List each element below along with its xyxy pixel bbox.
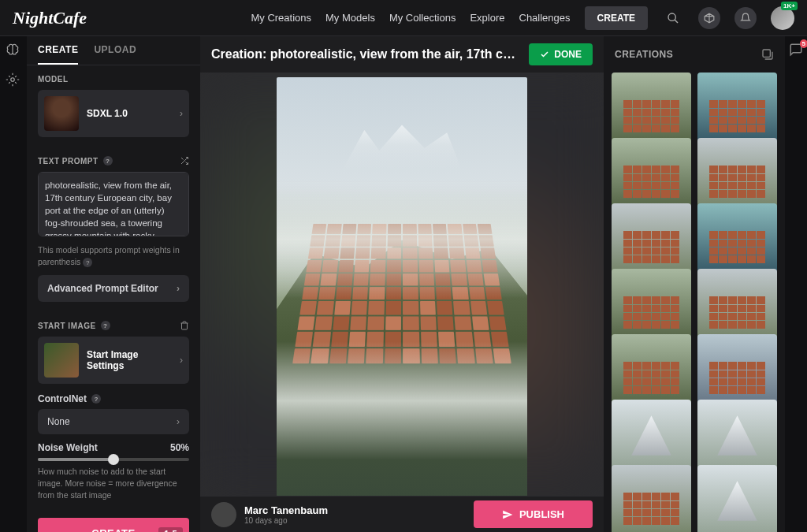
model-section-title: MODEL [38,75,189,84]
creations-header: CREATIONS [615,49,673,60]
noise-slider[interactable] [38,458,189,461]
controlnet-label: ControlNet [38,393,87,404]
nav-challenges[interactable]: Challenges [519,12,571,24]
nav-my-models[interactable]: My Models [325,12,375,24]
model-name: SDXL 1.0 [87,108,172,119]
avatar[interactable]: 1K+ [771,6,794,30]
gear-icon[interactable] [6,73,21,88]
noise-weight-label: Noise Weight [38,442,98,453]
page-title: Creation: photorealistic, view from the … [211,47,519,61]
controlnet-picker[interactable]: None› [38,409,189,434]
tab-create[interactable]: CREATE [38,36,78,65]
start-image-section-title: START IMAGE [38,322,96,330]
nav-explore[interactable]: Explore [470,12,504,24]
help-icon[interactable]: ? [83,258,92,267]
trash-icon[interactable] [180,321,189,330]
search-icon[interactable] [662,7,684,29]
credits-badge: 1K+ [781,2,798,10]
noise-hint: How much noise to add to the start image… [38,466,189,500]
tab-upload[interactable]: UPLOAD [94,36,136,65]
svg-line-1 [675,20,678,23]
svg-point-0 [668,13,675,20]
nav-my-creations[interactable]: My Creations [251,12,311,24]
nav-create-button[interactable]: CREATE [585,6,648,30]
svg-point-2 [11,78,15,82]
chevron-right-icon: › [177,416,180,427]
publish-button[interactable]: PUBLISH [474,500,593,528]
creation-time: 10 days ago [244,516,328,525]
help-icon[interactable]: ? [91,394,101,404]
brain-icon[interactable] [6,43,21,58]
author-name[interactable]: Marc Tanenbaum [244,504,328,516]
done-button[interactable]: DONE [529,43,593,65]
help-icon[interactable]: ? [101,321,110,330]
logo[interactable]: NightCafe [13,8,87,28]
cube-icon[interactable] [698,7,720,29]
bell-icon[interactable] [734,7,757,29]
credit-cost: 1.5 [158,527,183,532]
start-image-thumbnail [44,343,79,378]
advanced-prompt-button[interactable]: Advanced Prompt Editor› [38,275,189,302]
chevron-right-icon: › [180,355,183,366]
chevron-right-icon: › [177,283,180,294]
gallery-icon[interactable] [761,48,774,61]
shuffle-icon[interactable] [180,156,189,166]
chevron-right-icon: › [180,108,183,119]
noise-weight-value: 50% [170,442,189,453]
main-creation-image[interactable] [277,77,527,496]
model-picker[interactable]: SDXL 1.0 › [38,90,189,137]
creation-thumbnail[interactable] [612,465,691,532]
prompt-section-title: TEXT PROMPT [38,157,99,166]
chat-badge: 5 [800,39,807,48]
prompt-hint: This model supports prompt weights in pa… [38,244,189,267]
start-image-label: Start Image Settings [87,349,172,371]
model-thumbnail [44,96,79,131]
help-icon[interactable]: ? [103,156,113,166]
create-button[interactable]: CREATE 1.5 [38,518,189,532]
creation-thumbnail[interactable] [697,465,777,532]
start-image-settings[interactable]: Start Image Settings › [38,337,189,384]
prompt-input[interactable] [38,172,189,236]
svg-rect-3 [763,50,770,57]
author-avatar[interactable] [211,502,236,527]
chat-icon[interactable]: 5 [789,43,803,57]
nav-my-collections[interactable]: My Collections [389,12,456,24]
